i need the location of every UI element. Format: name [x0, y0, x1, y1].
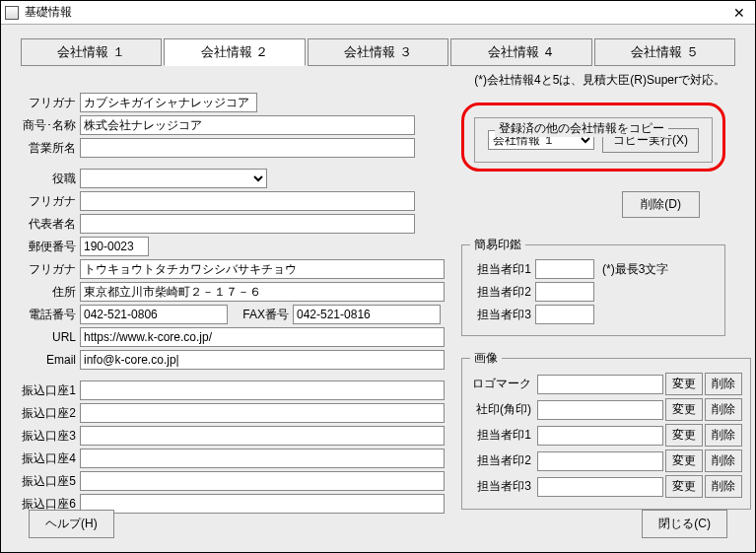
label-furikomi1: 振込口座1: [21, 382, 80, 399]
shougou-input[interactable]: [80, 115, 415, 135]
titlebar: 基礎情報 ✕: [1, 1, 755, 25]
fax-input[interactable]: [293, 305, 441, 324]
tab-company-5[interactable]: 会社情報 ５: [594, 38, 735, 66]
t3-input[interactable]: [537, 477, 663, 497]
furigana1-input[interactable]: [80, 93, 257, 112]
stamp2-input[interactable]: [535, 282, 594, 302]
label-shougou: 商号･名称: [21, 117, 80, 134]
tab-company-1[interactable]: 会社情報 １: [21, 38, 162, 66]
label-furikomi5: 振込口座5: [21, 473, 80, 490]
label-email: Email: [21, 353, 80, 367]
shain-delete-button[interactable]: 削除: [705, 398, 742, 421]
label-stamp1: 担当者印1: [470, 261, 535, 278]
help-button[interactable]: ヘルプ(H): [29, 510, 114, 538]
image-legend: 画像: [470, 350, 502, 367]
logo-input[interactable]: [537, 375, 663, 394]
delete-button[interactable]: 削除(D): [622, 191, 700, 218]
email-input[interactable]: [80, 350, 445, 370]
tab-company-2[interactable]: 会社情報 ２: [164, 38, 305, 66]
eigyousho-input[interactable]: [80, 138, 415, 158]
t1-delete-button[interactable]: 削除: [705, 424, 742, 447]
label-fax: FAX番号: [228, 307, 293, 323]
stamp-note: (*)最長3文字: [594, 261, 668, 278]
label-daihyou: 代表者名: [21, 216, 80, 233]
window-title: 基礎情報: [25, 4, 72, 21]
label-juusho: 住所: [21, 284, 80, 301]
label-furikomi3: 振込口座3: [21, 428, 80, 445]
shain-input[interactable]: [537, 400, 663, 420]
label-furikomi2: 振込口座2: [21, 405, 80, 422]
yakushoku-select[interactable]: [80, 169, 267, 188]
tab-note: (*)会社情報4と5は、見積大臣(R)Superで対応。: [1, 70, 755, 89]
t1-input[interactable]: [537, 426, 663, 446]
t2-input[interactable]: [537, 451, 663, 471]
stamp3-input[interactable]: [535, 305, 594, 324]
stamp-group: 簡易印鑑 担当者印1(*)最長3文字 担当者印2 担当者印3: [461, 237, 725, 336]
label-t1: 担当者印1: [470, 427, 535, 444]
copy-legend: 登録済の他の会社情報をコピー: [495, 120, 668, 137]
furikomi4-input[interactable]: [80, 449, 445, 468]
furigana2-input[interactable]: [80, 191, 415, 211]
t3-change-button[interactable]: 変更: [665, 475, 703, 498]
addr-furigana-input[interactable]: [80, 259, 445, 279]
stamp1-input[interactable]: [535, 259, 594, 279]
furikomi1-input[interactable]: [80, 380, 445, 400]
label-shain: 社印(角印): [470, 401, 535, 418]
label-t3: 担当者印3: [470, 478, 535, 495]
label-stamp2: 担当者印2: [470, 284, 535, 301]
tab-company-4[interactable]: 会社情報 ４: [450, 38, 591, 66]
label-stamp3: 担当者印3: [470, 307, 535, 323]
label-t2: 担当者印2: [470, 452, 535, 469]
label-eigyousho: 営業所名: [21, 140, 80, 157]
label-tel: 電話番号: [21, 307, 80, 323]
label-furigana1: フリガナ: [21, 95, 80, 111]
label-furikomi4: 振込口座4: [21, 450, 80, 467]
tab-company-3[interactable]: 会社情報 ３: [308, 38, 448, 66]
image-group: 画像 ロゴマーク変更削除 社印(角印)変更削除 担当者印1変更削除 担当者印2変…: [461, 350, 751, 510]
shain-change-button[interactable]: 変更: [665, 398, 703, 421]
t3-delete-button[interactable]: 削除: [705, 475, 742, 498]
copy-group: 登録済の他の会社情報をコピー 会社情報 １ コピー実行(X): [461, 103, 725, 172]
url-input[interactable]: [80, 327, 445, 347]
stamp-legend: 簡易印鑑: [470, 237, 525, 253]
label-logo: ロゴマーク: [470, 376, 535, 392]
logo-delete-button[interactable]: 削除: [705, 373, 742, 395]
label-addr-furigana: フリガナ: [21, 261, 80, 278]
furikomi2-input[interactable]: [80, 403, 445, 423]
tab-bar: 会社情報 １ 会社情報 ２ 会社情報 ３ 会社情報 ４ 会社情報 ５: [1, 25, 755, 70]
furikomi3-input[interactable]: [80, 426, 445, 446]
app-icon: [5, 6, 19, 20]
label-yuubin: 郵便番号: [21, 239, 80, 255]
furikomi5-input[interactable]: [80, 471, 445, 491]
close-button[interactable]: 閉じる(C): [642, 510, 727, 538]
logo-change-button[interactable]: 変更: [665, 373, 703, 395]
daihyou-input[interactable]: [80, 214, 415, 234]
label-url: URL: [21, 330, 80, 344]
t2-delete-button[interactable]: 削除: [705, 449, 742, 472]
t1-change-button[interactable]: 変更: [665, 424, 703, 447]
t2-change-button[interactable]: 変更: [665, 449, 703, 472]
tel-input[interactable]: [80, 305, 228, 324]
yuubin-input[interactable]: [80, 237, 149, 256]
juusho-input[interactable]: [80, 282, 445, 302]
close-icon[interactable]: ✕: [727, 5, 751, 21]
label-furigana2: フリガナ: [21, 193, 80, 210]
label-yakushoku: 役職: [21, 171, 80, 187]
